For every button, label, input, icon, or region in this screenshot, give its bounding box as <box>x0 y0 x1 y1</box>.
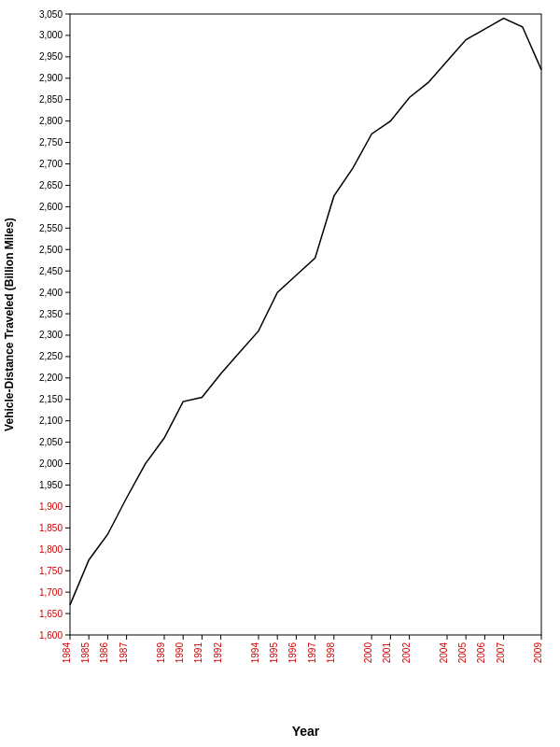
svg-text:Vehicle-Distance Traveled (Bil: Vehicle-Distance Traveled (Billion Miles… <box>3 218 16 431</box>
svg-text:2,000: 2,000 <box>39 458 63 469</box>
svg-text:1995: 1995 <box>269 642 279 664</box>
svg-text:1,700: 1,700 <box>39 587 63 598</box>
svg-text:2,700: 2,700 <box>39 159 63 169</box>
svg-text:Year: Year <box>292 724 320 739</box>
svg-text:1,600: 1,600 <box>39 630 63 641</box>
svg-text:1998: 1998 <box>326 642 336 664</box>
svg-text:2000: 2000 <box>363 642 373 664</box>
svg-rect-0 <box>70 14 541 635</box>
svg-text:2009: 2009 <box>533 642 543 664</box>
svg-text:2,650: 2,650 <box>39 180 63 190</box>
svg-text:2005: 2005 <box>457 642 468 664</box>
svg-text:2,850: 2,850 <box>39 94 63 105</box>
svg-text:1,900: 1,900 <box>39 501 63 512</box>
svg-text:1986: 1986 <box>99 642 109 664</box>
svg-text:2,750: 2,750 <box>39 137 63 148</box>
svg-text:2,150: 2,150 <box>39 394 63 404</box>
svg-text:1987: 1987 <box>119 642 129 664</box>
svg-text:1,850: 1,850 <box>39 523 63 533</box>
svg-text:2,800: 2,800 <box>39 116 63 126</box>
svg-text:2001: 2001 <box>382 642 392 664</box>
svg-text:1989: 1989 <box>156 642 166 664</box>
chart-container: 1,6001,6501,7001,7501,8001,8501,9001,950… <box>0 0 560 747</box>
svg-text:2,450: 2,450 <box>39 266 63 276</box>
svg-text:2,600: 2,600 <box>39 202 63 212</box>
svg-text:2,300: 2,300 <box>39 330 63 340</box>
svg-text:2,900: 2,900 <box>39 73 63 83</box>
svg-text:2,400: 2,400 <box>39 288 63 298</box>
svg-text:1994: 1994 <box>250 642 260 664</box>
svg-text:2,250: 2,250 <box>39 351 63 361</box>
svg-text:1,950: 1,950 <box>39 480 63 490</box>
chart-svg: 1,6001,6501,7001,7501,8001,8501,9001,950… <box>0 0 560 747</box>
svg-text:1997: 1997 <box>307 642 317 664</box>
svg-text:1996: 1996 <box>287 642 298 664</box>
svg-text:1992: 1992 <box>213 642 223 664</box>
svg-text:2,200: 2,200 <box>39 373 63 383</box>
svg-text:2,500: 2,500 <box>39 245 63 255</box>
svg-text:1,800: 1,800 <box>39 544 63 555</box>
svg-text:1985: 1985 <box>80 642 91 664</box>
svg-text:1984: 1984 <box>62 642 72 664</box>
svg-text:2006: 2006 <box>476 642 486 664</box>
svg-text:2004: 2004 <box>439 642 449 664</box>
svg-text:3,050: 3,050 <box>39 9 63 20</box>
svg-text:1990: 1990 <box>175 642 185 664</box>
svg-text:1,750: 1,750 <box>39 566 63 576</box>
svg-text:1,650: 1,650 <box>39 609 63 619</box>
svg-text:2,950: 2,950 <box>39 51 63 62</box>
svg-text:2,100: 2,100 <box>39 416 63 426</box>
svg-text:2,350: 2,350 <box>39 309 63 319</box>
svg-text:2,550: 2,550 <box>39 223 63 233</box>
svg-text:2002: 2002 <box>401 642 412 664</box>
svg-text:3,000: 3,000 <box>39 30 63 40</box>
svg-text:2,050: 2,050 <box>39 437 63 447</box>
svg-text:2007: 2007 <box>496 642 506 664</box>
svg-text:1991: 1991 <box>193 642 203 664</box>
